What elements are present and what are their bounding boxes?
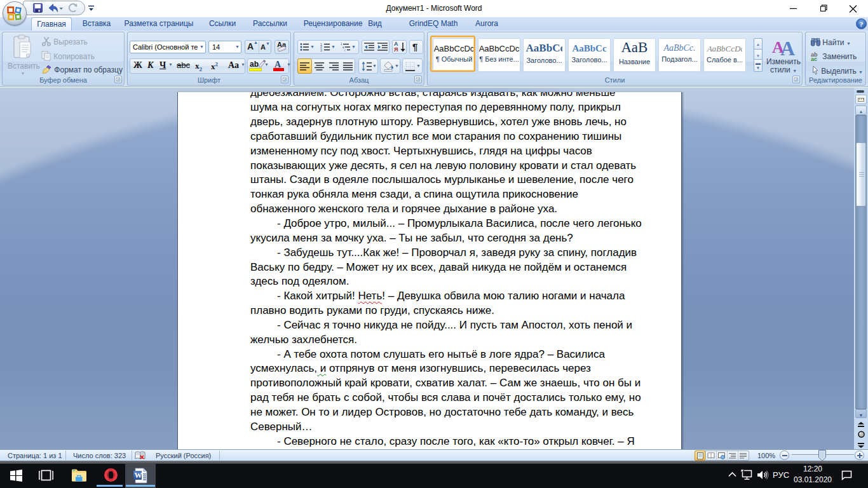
- svg-text:A: A: [780, 37, 795, 55]
- svg-text:i: i: [344, 49, 345, 51]
- svg-text:3: 3: [320, 48, 322, 52]
- svg-text:W: W: [135, 471, 142, 480]
